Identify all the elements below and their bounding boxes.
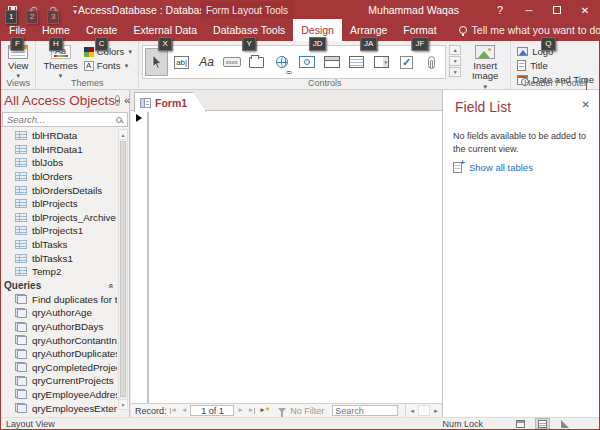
keytip-badge: X [159,37,172,51]
scroll-down-icon[interactable]: ▼ [119,399,127,409]
nav-item-table[interactable]: tblOrdersDetails [1,183,117,197]
ribbon-tab-label: Arrange [350,24,387,36]
nav-group-header-queries[interactable]: Queries « [1,279,117,293]
nav-tables-list: tblHRData tblHRData1 tblJobs [1,129,117,279]
nav-item-table[interactable]: Temp2 [1,265,117,279]
horizontal-scrollbar[interactable]: ◄ ► [405,404,442,417]
ribbon: View ▼ Views Aa Themes ▼ Colors ▼ A Font… [1,41,599,90]
nav-item-query[interactable]: qryCompletedProjects [1,361,117,375]
ribbon-tab[interactable]: Format JF [395,19,444,41]
no-filter-label[interactable]: No Filter [290,406,324,416]
ribbon-tab[interactable]: Design JD [293,19,342,41]
close-button[interactable]: ✕ [571,1,599,19]
nav-item-query[interactable]: qryAuthorContantInfo [1,333,117,347]
nav-item-query[interactable]: qryCurrentProjects [1,374,117,388]
main-area: All Access Objects ▾ « tblHRData [1,90,599,417]
hyperlink-control-button[interactable] [270,48,293,76]
label-control-button[interactable]: Aa [195,48,218,76]
text-box-control-button[interactable]: ab| [170,48,193,76]
chevron-down-icon: ▾ [73,6,77,15]
nav-item-label: qryAuthorDuplicates [32,348,117,359]
nav-item-query[interactable]: qryAuthorAge [1,306,117,320]
nav-item-query[interactable]: qryEmployeeAddresses [1,388,117,402]
nav-search-input[interactable] [5,113,116,126]
nav-scrollbar[interactable]: ▲ ▼ [118,129,128,410]
minimize-button[interactable]: ─ [515,1,543,19]
keytip-badge: F [11,37,24,51]
redo-button[interactable]: ↷ 3 [47,3,61,17]
button-icon: xxxx [223,57,241,67]
field-list-close-button[interactable]: ✕ [582,100,590,110]
tab-control-button[interactable] [245,48,268,76]
nav-item-table[interactable]: tblProjects_Archive [1,211,117,225]
collapse-ribbon-button[interactable] [586,79,593,86]
record-position-box[interactable]: 1 of 1 [190,405,234,416]
layout-view-button[interactable] [535,418,550,429]
nav-item-table[interactable]: tblHRData [1,129,117,143]
nav-item-table[interactable]: tblTasks [1,238,117,252]
table-icon [15,254,27,263]
save-button[interactable]: 1 [5,3,19,17]
undo-button[interactable]: ↶ 2 [26,3,40,17]
fonts-button[interactable]: A Fonts ▼ [82,60,135,71]
new-record-button[interactable]: ►* [258,406,270,415]
logo-button[interactable]: Logo [514,45,597,58]
ribbon-tab[interactable]: Arrange JA [342,19,395,41]
table-icon [15,213,27,222]
check-box-control-button[interactable]: ✓ [395,48,418,76]
combo-box-control-button[interactable] [370,48,393,76]
scrollbar-thumb[interactable] [120,141,126,397]
shutter-bar-collapse-button[interactable]: « [124,95,130,106]
nav-item-table[interactable]: tblOrders [1,170,117,184]
maximize-button[interactable] [543,1,571,19]
help-button[interactable]: ? [497,4,503,16]
nav-item-table[interactable]: tblTasks1 [1,251,117,265]
nav-item-table[interactable]: tblProjects [1,197,117,211]
ribbon-tab[interactable]: Database Tools Y [205,19,293,41]
query-icon [15,376,27,386]
select-control-button[interactable] [145,48,168,76]
record-search-input[interactable] [332,405,398,416]
gallery-scroll-up-button[interactable]: ▲ [449,45,461,55]
title-button[interactable]: Title [514,59,597,72]
nav-item-query[interactable]: qryAuthorDuplicates [1,347,117,361]
form-layout-canvas[interactable] [131,111,442,403]
button-control-button[interactable]: xxxx [220,48,243,76]
gallery-more-button[interactable]: ▼ [449,67,461,77]
design-view-button[interactable] [557,418,572,429]
previous-record-button[interactable]: ◄ [180,407,188,414]
scroll-left-icon[interactable]: ◄ [406,408,418,414]
fonts-icon: A [84,61,94,71]
nav-item-label: tblTasks [32,239,67,250]
horizontal-scrollbar-thumb[interactable] [418,405,430,416]
nav-item-table[interactable]: tblHRData1 [1,143,117,157]
form-view-button[interactable] [513,418,528,429]
nav-item-query[interactable]: qryAuthorBDays [1,320,117,334]
web-browser-control-button[interactable] [295,48,318,76]
nav-item-label: tblOrders [32,171,72,182]
first-record-button[interactable]: ◄ [169,407,178,414]
nav-item-table[interactable]: tblJobs [1,156,117,170]
account-user-name[interactable]: Muhammad Waqas [368,4,459,16]
show-all-tables-row: Show all tables [453,162,599,173]
list-box-control-button[interactable] [345,48,368,76]
show-all-tables-link[interactable]: Show all tables [469,162,533,173]
group-label-themes: Themes [36,78,138,88]
scroll-right-icon[interactable]: ► [430,408,442,414]
last-record-button[interactable]: ► [247,407,256,414]
navigation-control-button[interactable] [320,48,343,76]
ribbon-tab[interactable]: External Data X [125,19,205,41]
document-tab-form1[interactable]: Form1 [134,92,206,112]
status-view-label: Layout View [6,419,442,429]
tell-me-box[interactable]: Tell me what you want to do Q [459,19,600,41]
nav-item-table[interactable]: tblProjects1 [1,224,117,238]
next-record-button[interactable]: ► [236,407,244,414]
nav-item-label: qryEmployeeAddresses [32,389,117,400]
gallery-scroll-down-button[interactable]: ▼ [449,56,461,66]
nav-item-query[interactable]: qryEmployeesExtended [1,401,117,415]
ribbon-tab[interactable]: Create C [78,19,126,41]
nav-menu-icon[interactable]: ▾ [115,95,120,106]
nav-item-query[interactable]: Find duplicates for tblAuthors [1,293,117,307]
scroll-up-icon[interactable]: ▲ [119,130,127,140]
attachment-control-button[interactable] [420,48,443,76]
